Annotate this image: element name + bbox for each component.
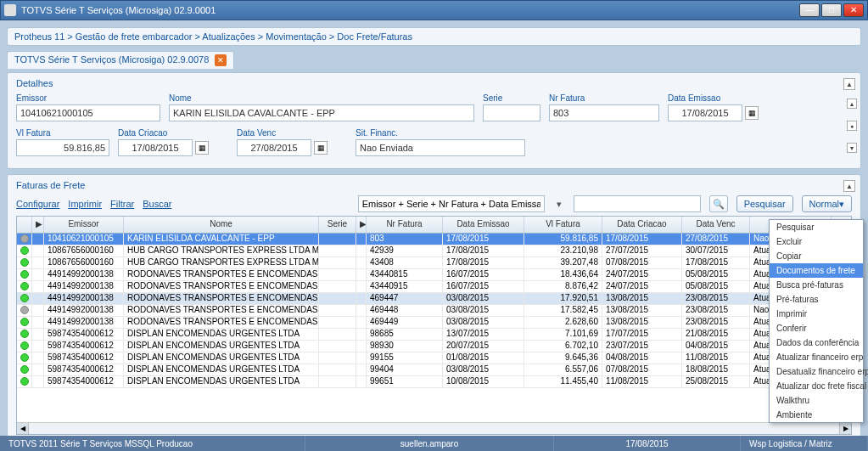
- dataemissao-field[interactable]: [668, 104, 742, 121]
- ctx-item[interactable]: Copiar: [770, 249, 863, 263]
- status-dot-icon: [20, 365, 29, 374]
- minimize-button[interactable]: —: [799, 3, 820, 17]
- context-menu: PesquisarExcluirCopiarDocumentos de fret…: [769, 219, 864, 423]
- ctx-item[interactable]: Imprimir: [770, 307, 863, 321]
- link-configurar[interactable]: Configurar: [16, 199, 59, 209]
- link-filtrar[interactable]: Filtrar: [110, 199, 134, 209]
- tab-close-icon[interactable]: ✕: [215, 54, 227, 66]
- scroll-down-icon[interactable]: ▼: [847, 143, 857, 153]
- ctx-item[interactable]: Documentos de frete: [770, 263, 863, 278]
- search-input[interactable]: [574, 195, 701, 212]
- status-dot-icon: [20, 330, 29, 338]
- ctx-item[interactable]: Dados da conferência: [770, 335, 863, 350]
- filter-icon[interactable]: 🔍: [709, 195, 728, 212]
- table-row[interactable]: 44914992000138RODONAVES TRANSPORTES E EN…: [17, 293, 851, 305]
- ctx-item[interactable]: Busca pré-faturas: [770, 278, 863, 292]
- table-row[interactable]: 10410621000105KARIN ELISILDA CAVALCANTE …: [17, 234, 851, 245]
- status-dot-icon: [20, 353, 29, 362]
- emissor-field[interactable]: [16, 104, 160, 121]
- status-dot-icon: [20, 246, 29, 255]
- window-title: TOTVS Série T Serviços (Microsiga) 02.9.…: [21, 5, 799, 15]
- table-row[interactable]: 44914992000138RODONAVES TRANSPORTES E EN…: [17, 281, 851, 293]
- table-row[interactable]: 44914992000138RODONAVES TRANSPORTES E EN…: [17, 305, 851, 317]
- ctx-item[interactable]: Ambiente: [770, 408, 863, 422]
- nrfatura-field[interactable]: [549, 104, 659, 121]
- close-button[interactable]: ✕: [843, 3, 864, 17]
- grid-header: ▶ Emissor Nome Serie ▶ Nr Fatura Data Em…: [17, 217, 851, 234]
- app-icon: [4, 4, 16, 16]
- breadcrumb[interactable]: Protheus 11 > Gestão de frete embarcador…: [7, 27, 861, 46]
- titlebar: TOTVS Série T Serviços (Microsiga) 02.9.…: [0, 0, 868, 20]
- status-dot-icon: [20, 258, 29, 267]
- table-row[interactable]: 59874354000612DISPLAN ENCOMENDAS URGENTE…: [17, 329, 851, 341]
- normal-button[interactable]: Normal ▾: [802, 195, 852, 212]
- table-row[interactable]: 59874354000612DISPLAN ENCOMENDAS URGENTE…: [17, 352, 851, 364]
- link-imprimir[interactable]: Imprimir: [68, 199, 102, 209]
- faturas-title: Faturas de Frete: [16, 180, 852, 190]
- status-dot-icon: [20, 234, 29, 243]
- status-dot-icon: [20, 306, 29, 314]
- maximize-button[interactable]: □: [821, 3, 842, 17]
- scroll-right-icon[interactable]: ▶: [839, 423, 851, 434]
- ctx-item[interactable]: Excluir: [770, 234, 863, 249]
- dropdown-icon[interactable]: ▾: [553, 199, 565, 210]
- nome-field[interactable]: [169, 104, 474, 121]
- ctx-item[interactable]: Pré-faturas: [770, 292, 863, 307]
- ctx-item[interactable]: Conferir: [770, 321, 863, 335]
- ctx-item[interactable]: Atualizar doc frete fiscal erp: [770, 379, 863, 393]
- h-scrollbar[interactable]: ◀ ▶: [17, 422, 851, 434]
- table-row[interactable]: 59874354000612DISPLAN ENCOMENDAS URGENTE…: [17, 376, 851, 388]
- scroll-up-icon[interactable]: ▲: [847, 99, 857, 109]
- status-dot-icon: [20, 294, 29, 302]
- collapse-faturas[interactable]: ▲: [843, 180, 855, 192]
- detalhes-title: Detalhes: [16, 78, 852, 88]
- ctx-item[interactable]: Desatualiz financeiro erp: [770, 364, 863, 379]
- vlfatura-field[interactable]: [16, 139, 109, 156]
- table-row[interactable]: 10867656000160HUB CARGO TRANSPORTES EXPR…: [17, 245, 851, 257]
- status-dot-icon: [20, 270, 29, 279]
- sitfinanc-field[interactable]: [356, 139, 525, 156]
- detalhes-panel: Detalhes ▲ Emissor Nome Serie Nr Fatura …: [7, 72, 861, 169]
- grid: ▶ Emissor Nome Serie ▶ Nr Fatura Data Em…: [16, 216, 852, 435]
- faturas-panel: Faturas de Frete ▲ Configurar Imprimir F…: [7, 174, 861, 451]
- table-row[interactable]: 44914992000138RODONAVES TRANSPORTES E EN…: [17, 269, 851, 281]
- tab-main[interactable]: TOTVS Série T Serviços (Microsiga) 02.9.…: [7, 51, 234, 69]
- scroll-left-icon[interactable]: ◀: [17, 423, 29, 434]
- ctx-item[interactable]: Pesquisar: [770, 220, 863, 234]
- status-dot-icon: [20, 341, 29, 350]
- collapse-detalhes[interactable]: ▲: [843, 78, 855, 90]
- link-buscar[interactable]: Buscar: [143, 199, 171, 209]
- ctx-item[interactable]: Walkthru: [770, 393, 863, 408]
- search-mode-select[interactable]: [358, 195, 545, 212]
- calendar-icon[interactable]: ▦: [195, 141, 209, 155]
- ctx-item[interactable]: Atualizar financeiro erp: [770, 350, 863, 364]
- status-dot-icon: [20, 282, 29, 290]
- scroll-dot[interactable]: ●: [847, 121, 857, 131]
- table-row[interactable]: 44914992000138RODONAVES TRANSPORTES E EN…: [17, 317, 851, 329]
- statusbar: TOTVS 2011 Série T Serviços MSSQL Produc…: [0, 436, 868, 451]
- table-row[interactable]: 10867656000160HUB CARGO TRANSPORTES EXPR…: [17, 257, 851, 269]
- datavenc-field[interactable]: [237, 139, 311, 156]
- status-dot-icon: [20, 377, 29, 386]
- pesquisar-button[interactable]: Pesquisar: [736, 195, 793, 212]
- datacriacao-field[interactable]: [118, 139, 193, 156]
- status-dot-icon: [20, 318, 29, 326]
- calendar-icon[interactable]: ▦: [314, 141, 328, 155]
- calendar-icon[interactable]: ▦: [745, 106, 759, 120]
- serie-field[interactable]: [483, 104, 540, 121]
- table-row[interactable]: 59874354000612DISPLAN ENCOMENDAS URGENTE…: [17, 364, 851, 376]
- table-row[interactable]: 59874354000612DISPLAN ENCOMENDAS URGENTE…: [17, 341, 851, 352]
